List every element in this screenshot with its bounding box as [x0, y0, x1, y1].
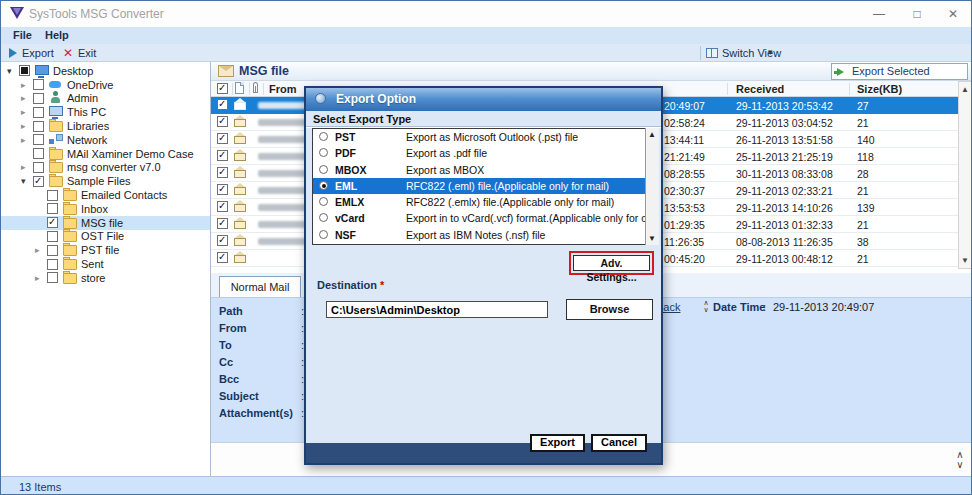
tree-item[interactable]: Sample Files	[1, 174, 210, 188]
tree-checkbox[interactable]	[33, 93, 44, 104]
minimize-button[interactable]: —	[869, 5, 889, 23]
row-checkbox[interactable]	[217, 201, 228, 212]
tree-item[interactable]: MSG file	[1, 216, 210, 230]
export-type-option[interactable]: MBOX Export as MBOX	[313, 162, 658, 178]
column-header-from[interactable]: From	[269, 83, 297, 95]
row-checkbox[interactable]	[217, 218, 228, 229]
expander-icon[interactable]	[21, 106, 33, 118]
menu-file[interactable]: File	[13, 29, 32, 41]
radio-icon[interactable]	[319, 132, 328, 141]
cell-sent-time: 13:53:53	[664, 202, 705, 214]
row-checkbox[interactable]	[217, 167, 228, 178]
adv-settings-button[interactable]: Adv. Settings...	[573, 255, 650, 271]
tree-checkbox[interactable]	[47, 259, 58, 270]
row-checkbox[interactable]	[217, 184, 228, 195]
toolbar-export-button[interactable]: Export	[22, 47, 54, 59]
row-checkbox[interactable]	[217, 99, 228, 110]
tree-item[interactable]: Admin	[1, 92, 210, 106]
tree-item[interactable]: OneDrive	[1, 78, 210, 92]
tree-checkbox[interactable]	[33, 162, 44, 173]
expander-icon[interactable]	[21, 92, 33, 104]
select-all-checkbox[interactable]	[217, 83, 228, 94]
export-selected-button[interactable]: Export Selected	[831, 63, 968, 80]
column-header-received[interactable]: Received	[736, 83, 784, 95]
browse-button[interactable]: Browse	[566, 299, 653, 320]
spinner-icon[interactable]: ∧ ∨	[700, 299, 712, 313]
tree-checkbox[interactable]	[47, 231, 58, 242]
mail-envelope-icon	[234, 119, 246, 127]
row-checkbox[interactable]	[217, 235, 228, 246]
export-type-option[interactable]: NSF Export as IBM Notes (.nsf) file	[313, 227, 658, 243]
tree-item[interactable]: Sent	[1, 257, 210, 271]
folder-header: MSG file Export Selected	[211, 62, 972, 81]
expander-icon[interactable]	[21, 79, 33, 91]
tree-item[interactable]: OST File	[1, 230, 210, 244]
expander-icon[interactable]	[21, 175, 33, 187]
expander-icon[interactable]	[35, 272, 47, 284]
resize-spinner-icon[interactable]: ∧ ∨	[953, 450, 967, 470]
tree-item[interactable]: Network	[1, 133, 210, 147]
tree-checkbox[interactable]	[47, 203, 58, 214]
expander-icon[interactable]	[21, 134, 33, 146]
tree-checkbox[interactable]	[19, 65, 30, 76]
row-checkbox[interactable]	[217, 150, 228, 161]
export-option-dialog: Export Option Select Export Type PST Exp…	[304, 86, 663, 465]
tree-checkbox[interactable]	[33, 79, 44, 90]
expander-icon[interactable]	[21, 120, 33, 132]
tree-item[interactable]: PST file	[1, 243, 210, 257]
cell-sent-time: 20:49:07	[664, 100, 705, 112]
tree-checkbox[interactable]	[33, 121, 44, 132]
export-button[interactable]: Export	[530, 434, 585, 452]
radio-icon[interactable]	[319, 165, 328, 174]
scroll-up-icon[interactable]: ▲	[959, 85, 971, 94]
radio-icon[interactable]	[319, 213, 328, 222]
radio-icon[interactable]	[319, 230, 328, 239]
tree-item[interactable]: Emailed Contacts	[1, 188, 210, 202]
tree-item[interactable]: Inbox	[1, 202, 210, 216]
tree-item[interactable]: MAil Xaminer Demo Case	[1, 147, 210, 161]
tree-checkbox[interactable]	[47, 217, 58, 228]
maximize-button[interactable]: □	[907, 5, 927, 23]
close-button[interactable]: ✕	[943, 5, 963, 23]
column-header-size[interactable]: Size(KB)	[857, 83, 902, 95]
tree-checkbox[interactable]	[47, 272, 58, 283]
tree-item[interactable]: msg converter v7.0	[1, 161, 210, 175]
destination-input[interactable]	[326, 301, 548, 318]
table-scrollbar[interactable]: ▲ ▼	[958, 81, 972, 269]
tree-checkbox[interactable]	[33, 176, 44, 187]
tree-checkbox[interactable]	[33, 107, 44, 118]
tree-item[interactable]: store	[1, 271, 210, 285]
tree-item[interactable]: Desktop	[1, 64, 210, 78]
tree-checkbox[interactable]	[33, 148, 44, 159]
cancel-button[interactable]: Cancel	[591, 434, 647, 452]
export-type-option[interactable]: PDF Export as .pdf file	[313, 145, 658, 161]
list-scroll-up-icon[interactable]: ▲	[646, 130, 658, 139]
tree-checkbox[interactable]	[47, 190, 58, 201]
list-scrollbar[interactable]: ▲ ▼	[645, 128, 659, 245]
expander-icon[interactable]	[21, 161, 33, 173]
export-type-option[interactable]: EMLX RFC822 (.emlx) file.(Applicable onl…	[313, 194, 658, 210]
menu-help[interactable]: Help	[45, 29, 69, 41]
row-checkbox[interactable]	[217, 133, 228, 144]
tree-checkbox[interactable]	[33, 134, 44, 145]
radio-icon[interactable]	[319, 181, 328, 190]
radio-icon[interactable]	[319, 148, 328, 157]
expander-icon[interactable]	[7, 65, 19, 77]
scroll-down-icon[interactable]: ▼	[959, 256, 971, 265]
row-checkbox[interactable]	[217, 116, 228, 127]
tree-item[interactable]: Libraries	[1, 119, 210, 133]
tree-checkbox[interactable]	[47, 245, 58, 256]
row-checkbox[interactable]	[217, 252, 228, 263]
toolbar-exit-button[interactable]: Exit	[78, 47, 96, 59]
export-type-option[interactable]: EML RFC822 (.eml) file.(Applicable only …	[313, 178, 658, 194]
chevron-down-icon[interactable]: ▾	[768, 47, 773, 57]
tab-normal-mail-view[interactable]: Normal Mail View	[219, 276, 301, 297]
list-scroll-down-icon[interactable]: ▼	[646, 234, 658, 243]
tree-item[interactable]: This PC	[1, 105, 210, 119]
expander-icon[interactable]	[35, 244, 47, 256]
export-type-option[interactable]: HTML Export as .html File	[313, 243, 658, 245]
export-type-option[interactable]: PST Export as Microsoft Outlook (.pst) f…	[313, 129, 658, 145]
cell-received: 08-08-2013 11:26:35	[736, 236, 833, 248]
radio-icon[interactable]	[319, 197, 328, 206]
export-type-option[interactable]: vCard Export in to vCard(.vcf) format.(A…	[313, 210, 658, 226]
